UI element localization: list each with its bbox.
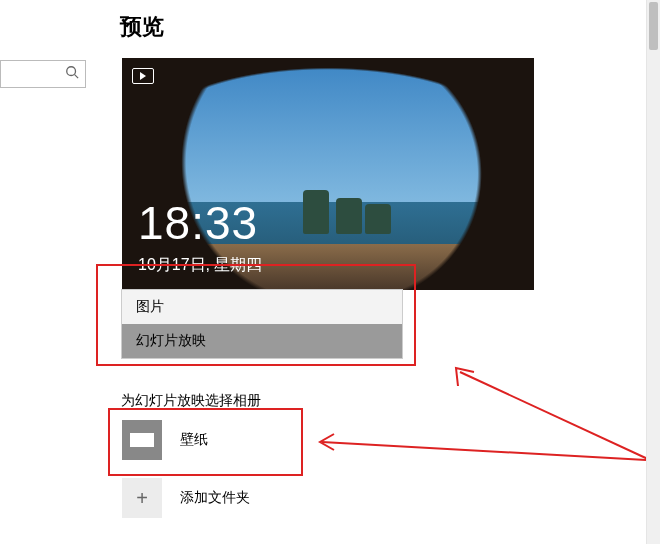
- slideshow-icon: [132, 68, 154, 84]
- annotation-frame: [108, 408, 303, 476]
- annotation-arrow: [450, 360, 660, 470]
- svg-line-3: [460, 372, 650, 460]
- search-icon: [65, 65, 79, 83]
- scrollbar-thumb[interactable]: [649, 2, 658, 50]
- search-input[interactable]: [0, 60, 86, 88]
- svg-line-2: [322, 442, 646, 460]
- add-folder-button[interactable]: + 添加文件夹: [122, 478, 250, 518]
- svg-line-1: [75, 75, 79, 79]
- annotation-frame: [96, 264, 416, 366]
- clock: 18:33: [138, 196, 258, 250]
- plus-icon: +: [122, 478, 162, 518]
- lockscreen-preview: 18:33 10月17日, 星期四: [122, 58, 534, 290]
- svg-point-0: [67, 67, 76, 76]
- page-title: 预览: [120, 12, 164, 42]
- scrollbar[interactable]: [646, 0, 660, 544]
- add-folder-label: 添加文件夹: [180, 489, 250, 507]
- annotation-arrow: [316, 430, 656, 470]
